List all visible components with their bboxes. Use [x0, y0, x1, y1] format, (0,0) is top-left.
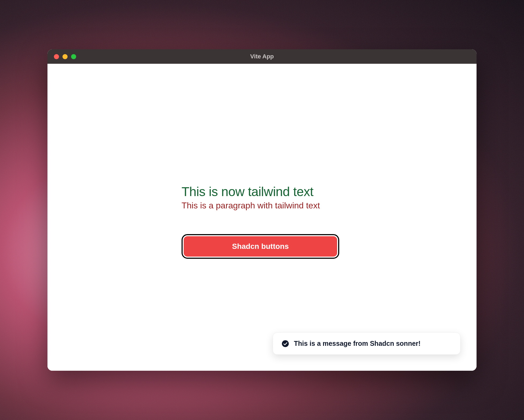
titlebar: Vite App [47, 49, 477, 64]
button-focus-ring: Shadcn buttons [182, 234, 339, 259]
maximize-icon[interactable] [71, 54, 76, 59]
close-icon[interactable] [54, 54, 59, 59]
toast-message: This is a message from Shadcn sonner! [294, 340, 420, 347]
content-area: This is now tailwind text This is a para… [47, 64, 477, 371]
traffic-lights [47, 54, 76, 59]
shadcn-button[interactable]: Shadcn buttons [184, 236, 337, 257]
svg-point-0 [282, 340, 289, 347]
check-circle-icon [282, 340, 289, 347]
minimize-icon[interactable] [62, 54, 68, 59]
toast-notification[interactable]: This is a message from Shadcn sonner! [273, 332, 460, 355]
app-window: Vite App This is now tailwind text This … [47, 49, 477, 371]
page-heading: This is now tailwind text [182, 184, 477, 199]
page-paragraph: This is a paragraph with tailwind text [182, 201, 477, 211]
window-title: Vite App [250, 53, 274, 60]
